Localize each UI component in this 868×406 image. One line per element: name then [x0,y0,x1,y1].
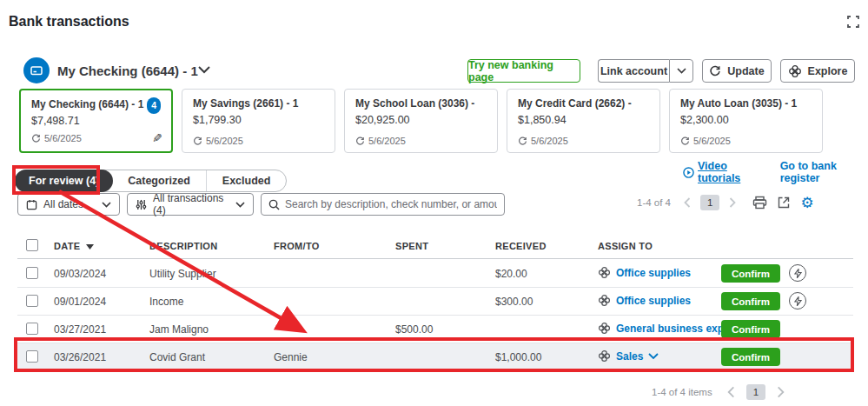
table-row[interactable]: 03/27/2021 Jam Maligno $500.00 General b… [17,316,853,343]
card-balance: $1,850.94 [518,114,651,126]
assign-to-link[interactable]: Office supplies [616,295,691,307]
gear-icon[interactable]: ⚙ [800,196,813,210]
cell-date: 03/26/2021 [54,351,106,363]
cell-date: 03/27/2021 [54,323,106,336]
row-checkbox[interactable] [26,323,38,335]
row-checkbox[interactable] [26,295,38,307]
card-sync-date: 5/6/2025 [44,133,82,143]
export-icon[interactable] [777,196,791,210]
prev-page-icon[interactable] [727,386,735,398]
chevron-down-icon [235,202,245,208]
next-page-icon[interactable] [777,386,785,398]
account-card-checking[interactable]: My Checking (6644) - 1 4 $7,498.71 5/6/2… [19,89,173,153]
fullscreen-icon[interactable] [847,16,859,28]
bottom-page-number[interactable]: 1 [746,384,765,400]
account-card-school-loan[interactable]: My School Loan (3036) - $20,925.00 5/6/2… [344,89,498,153]
confirm-button[interactable]: Confirm [721,320,780,338]
account-selector-label[interactable]: My Checking (6644) - 1 [57,63,198,78]
confirm-button[interactable]: Confirm [721,264,780,283]
chevron-down-icon [102,202,111,208]
edit-pencil-icon[interactable]: ✎ [152,131,162,145]
top-page-number[interactable]: 1 [700,195,719,210]
card-balance: $7,498.71 [31,115,162,127]
update-label: Update [727,65,764,77]
card-count-badge: 4 [147,97,161,114]
card-sync-date: 5/6/2025 [693,136,731,146]
card-name: My Auto Loan (3035) - 1 [680,97,813,110]
row-checkbox[interactable] [26,267,38,279]
category-knot-icon [598,322,611,335]
sync-icon [518,136,527,146]
category-knot-icon [598,266,611,279]
cell-description: Jam Maligno [149,323,209,336]
col-received: RECEIVED [495,241,547,251]
link-account-dropdown-button[interactable] [669,59,693,83]
row-checkbox[interactable] [26,350,38,363]
video-tutorials-label: Video tutorials [698,160,763,184]
cell-received: $20.00 [495,268,527,280]
card-name: My Checking (6644) - 1 [31,98,162,110]
search-input[interactable] [285,198,497,210]
card-sync-date: 5/6/2025 [531,136,568,146]
card-name: My School Loan (3036) - [355,97,488,110]
confirm-button[interactable]: Confirm [721,292,780,310]
account-card-credit-card[interactable]: My Credit Card (2662) - $1,850.94 5/6/20… [507,89,660,153]
next-page-icon[interactable] [729,197,736,208]
col-from-to: FROM/TO [274,241,320,251]
bottom-pagination-range: 1-4 of 4 items [652,387,712,397]
update-button[interactable]: Update [702,59,772,83]
table-row[interactable]: 09/01/2024 Income $300.00 Office supplie… [17,288,853,316]
card-balance: $20,925.00 [355,114,488,126]
category-knot-icon [598,294,611,307]
bank-register-label: Go to bank register [780,160,868,184]
explore-knot-icon [788,64,802,78]
assign-chevron-down-icon[interactable] [648,353,659,360]
search-icon [268,199,280,210]
account-card-icon [23,57,50,83]
date-filter-dropdown[interactable]: All dates [17,193,120,216]
explore-button[interactable]: Explore [780,59,855,83]
explore-label: Explore [808,65,848,77]
video-tutorials-link[interactable]: Video tutorials [683,160,763,184]
tab-categorized[interactable]: Categorized [112,170,207,191]
col-description: DESCRIPTION [149,241,217,251]
cell-date: 09/01/2024 [54,296,106,308]
cell-received: $1,000.00 [495,351,541,363]
account-card-auto-loan[interactable]: My Auto Loan (3035) - 1 $2,300.00 5/6/20… [669,89,823,153]
col-date[interactable]: DATE [54,241,94,251]
table-row-highlighted[interactable]: 03/26/2021 Covid Grant Gennie $1,000.00 … [17,343,853,371]
tab-for-review[interactable]: For review (4) [15,170,113,192]
tab-excluded[interactable]: Excluded [207,170,287,191]
account-selector-chevron-down-icon[interactable] [198,66,210,74]
table-row[interactable]: 09/03/2024 Utility Supplier $20.00 Offic… [17,260,853,288]
refresh-icon [709,65,721,77]
prev-page-icon[interactable] [684,197,691,208]
account-card-savings[interactable]: My Savings (2661) - 1 $1,799.30 5/6/2025 [182,89,335,153]
sync-icon [193,136,202,146]
sync-icon [31,134,41,143]
transactions-tab-bar: For review (4) Categorized Excluded [15,170,287,192]
link-account-button[interactable]: Link account [598,59,669,83]
cell-received: $300.00 [495,296,533,308]
top-pagination-range: 1-4 of 4 [637,197,671,208]
assign-to-link[interactable]: Sales [616,350,643,363]
print-icon[interactable] [752,196,767,210]
assign-to-link[interactable]: Office supplies [616,267,691,279]
card-sync-date: 5/6/2025 [206,136,243,146]
try-new-banking-page-button[interactable]: Try new banking page [467,59,580,83]
date-filter-label: All dates [43,198,96,210]
cell-spent: $500.00 [395,323,433,336]
page-title: Bank transactions [9,14,129,30]
quick-confirm-bolt-icon[interactable] [789,264,806,282]
cell-from-to: Gennie [274,351,308,363]
go-to-bank-register-link[interactable]: Go to bank register [780,160,868,184]
sync-icon [355,136,365,146]
sync-icon [680,136,690,146]
quick-confirm-bolt-icon[interactable] [789,292,806,309]
cell-description: Covid Grant [149,351,205,363]
select-all-checkbox[interactable] [26,239,38,251]
confirm-button[interactable]: Confirm [721,348,780,366]
calendar-icon [26,199,37,210]
transactions-filter-dropdown[interactable]: All transactions (4) [127,193,254,216]
search-box [261,193,505,216]
